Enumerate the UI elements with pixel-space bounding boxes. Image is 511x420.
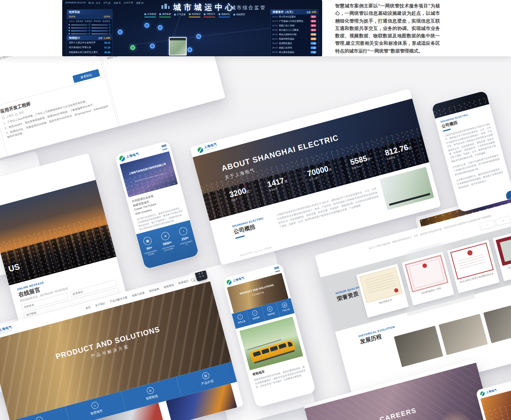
level-badge: 重要 xyxy=(311,33,316,36)
job-type: 全职 xyxy=(19,110,24,115)
job-city: 上海市 xyxy=(6,113,14,119)
carousel-prev-button[interactable]: ← xyxy=(479,220,495,231)
level-badge: 一般 xyxy=(311,42,316,44)
alarm-row: 10:02某路口老人摔倒紧急 xyxy=(271,23,318,28)
level-badge: 一般 xyxy=(311,46,316,49)
dashboard-subtitle: 城市综合监管 xyxy=(231,4,266,11)
map-camera-marker[interactable] xyxy=(144,23,149,28)
nav-item-news[interactable]: 新闻资讯 xyxy=(163,283,174,289)
legend-fire[interactable]: 消防信号 xyxy=(204,13,215,17)
nav-item-home[interactable]: 首页 xyxy=(85,305,91,310)
hamburger-menu-icon[interactable] xyxy=(274,266,280,272)
level-badge: 紧急 xyxy=(311,20,316,22)
canopy-photo xyxy=(380,167,434,210)
title-underline xyxy=(443,128,451,131)
shield-icon: ✓ xyxy=(35,416,43,420)
honor-band: HONOR QUALIFICATION 荣誉资质 资信等级证书 2015科技进步… xyxy=(321,216,511,332)
legend-city-mgmt[interactable]: 城管检测 xyxy=(159,13,171,17)
city-lights xyxy=(484,397,511,420)
legend-layers[interactable]: 智能图层 xyxy=(233,13,245,17)
layers-icon: ≋ xyxy=(160,231,170,241)
gear-icon: ◎ xyxy=(267,306,273,312)
opinion-row: 智能摄像头助力获评见义勇为96.88 xyxy=(67,50,112,55)
legend-hotline[interactable]: 热线电话 xyxy=(189,13,200,17)
dashboard-title: 城市城运中心 xyxy=(173,2,236,13)
logo-mark-icon xyxy=(197,147,204,153)
nav-item-products[interactable]: 产品与解决方案 xyxy=(110,296,128,304)
tram-illustration xyxy=(249,339,295,363)
dashboard-legend: 水质检测 城管检测 空气质量 热线电话 消防信号 视频点位 智能图层 xyxy=(144,13,245,17)
level-badge: 紧急 xyxy=(311,28,316,31)
logo-mark-icon xyxy=(119,155,126,162)
case-description: 智慧城市案例主要以“一网统管技术服务项目”为核心，一网统管以信息基础设施建设为起… xyxy=(335,2,440,55)
opinion-row: 四大海域执行军事任务97.29 xyxy=(67,45,112,50)
diamond-icon: ◇ xyxy=(252,310,258,316)
legend-video[interactable]: 视频点位 xyxy=(218,13,230,17)
level-badge: 一般 xyxy=(311,51,316,53)
search-icon[interactable] xyxy=(191,278,195,282)
level-badge: 紧急 xyxy=(311,15,316,18)
shield-icon: ✓ xyxy=(237,314,243,320)
legend-air[interactable]: 空气质量 xyxy=(174,13,186,17)
title-deco-buildings xyxy=(161,4,170,9)
map-sensor-marker[interactable] xyxy=(130,45,135,50)
nav-item-organization[interactable]: 组织架构 xyxy=(149,287,160,293)
alarm-row: 09:42某幼儿园家长纠纷重要 xyxy=(271,32,318,37)
mockup-mobile-company: SHANGHAI ELECTRIC 公司概括 上海电气自动化设计研究所有限公司成… xyxy=(431,90,511,213)
title-underline xyxy=(235,235,245,239)
alarm-row: 08:43某路口有异味一般 xyxy=(271,46,318,50)
dashboard-status-bar: 2020/08/05 16:10:18 晴 15 - 21℃ 空气 优 水质 良… xyxy=(65,1,144,5)
alarm-events-panel: 报警事件（今天） 总数209 10:23某小区502室漏水紧急 10:19广中路… xyxy=(270,9,318,56)
level-badge: 紧急 xyxy=(311,24,316,27)
map-road xyxy=(129,26,284,46)
history-photo xyxy=(394,326,443,367)
opinion-row: 党的十九届五中全会将召开98.23 xyxy=(67,40,112,45)
history-photo xyxy=(483,302,511,343)
top-band: 2020/08/05 16:10:18 晴 15 - 21℃ 空气 优 水质 良… xyxy=(0,0,511,56)
nav-item-contact[interactable]: 联系我们 xyxy=(178,279,189,285)
brand-name: 上海电气 xyxy=(486,389,497,394)
map-camera-marker[interactable] xyxy=(150,44,155,48)
alarm-row: 09:55某公园入口人员聚集紧急 xyxy=(271,28,318,32)
gear-icon: ◎ xyxy=(146,386,154,395)
badge-icon: ▤ xyxy=(201,372,210,380)
nav-item-about[interactable]: 关于我们 xyxy=(95,302,106,308)
map-camera-marker[interactable] xyxy=(158,25,163,30)
map-camera-marker[interactable] xyxy=(196,34,201,39)
brand-name: 上海电气 xyxy=(126,152,140,159)
map-camera-marker[interactable] xyxy=(187,47,192,52)
brand-name: 上海电气 xyxy=(233,276,245,282)
carousel-next-button[interactable]: → xyxy=(495,215,511,226)
alarm-row: 09:20某路段噪音超标重要 xyxy=(271,37,318,41)
pie-chart-icon: ◔ xyxy=(178,226,188,236)
alarm-row: 08:28某公园水质超标一般 xyxy=(271,50,318,54)
hamburger-menu-icon[interactable] xyxy=(161,144,167,150)
video-inset-preview[interactable] xyxy=(169,37,187,56)
public-opinion-panel: 舆情统计 总数1,200 党的十九届五中全会将召开98.23 四大海域执行军事任… xyxy=(67,35,113,56)
logo-mark-icon xyxy=(480,391,485,396)
certificate-image xyxy=(496,231,511,266)
clock-icon xyxy=(14,113,18,116)
map-camera-marker[interactable] xyxy=(118,30,123,34)
document-icon: ▦ xyxy=(143,236,153,246)
alarm-row: 10:19广中路路口出现交通事故紧急 xyxy=(271,19,318,23)
alarm-row: 09:02某消防栓漏水一般 xyxy=(271,41,318,46)
mockup-mobile-home: 上海电气 上海电气自动化设计研究所有限公司 Shanghai Electric … xyxy=(114,140,200,270)
smart-city-dashboard: 2020/08/05 16:10:18 晴 15 - 21℃ 空气 优 水质 良… xyxy=(62,0,322,56)
diamond-icon: ◇ xyxy=(90,401,99,410)
opinion-row: 公司中秋节发放福利给员工92.67 xyxy=(67,55,112,56)
badge-icon: ▤ xyxy=(281,302,288,308)
page-canvas: 3、熟悉各类用户侧特点，掌握相关技术要求； 4、对客户进行技术培训及技术支持； … xyxy=(0,0,511,420)
nav-item-innovation[interactable]: 创新与发展 xyxy=(131,291,145,298)
command-system-panel: 指挥系统 指挥长 值班长 分中心 值班领导 联系电话 带班领导 联系电话 ✆✆ … xyxy=(67,9,113,34)
level-badge: 重要 xyxy=(311,37,316,40)
logo-mark-icon xyxy=(226,279,232,285)
location-pin-icon xyxy=(2,116,5,120)
legend-water[interactable]: 水质检测 xyxy=(144,13,156,17)
history-photo xyxy=(439,314,488,355)
alarm-row: 10:23某小区502室漏水紧急 xyxy=(271,14,318,19)
